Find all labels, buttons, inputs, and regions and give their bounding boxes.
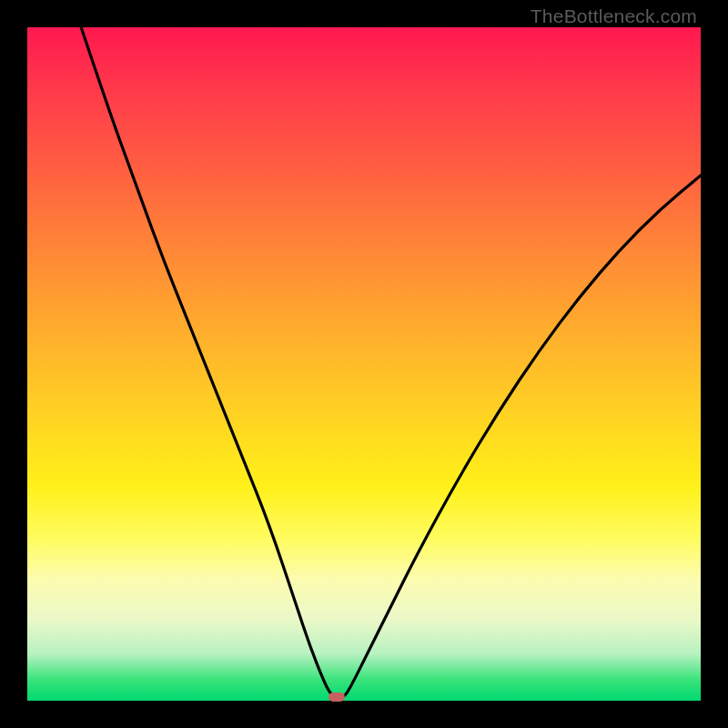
bottleneck-curve bbox=[27, 27, 701, 701]
watermark-text: TheBottleneck.com bbox=[531, 5, 697, 27]
optimum-marker bbox=[329, 693, 345, 702]
chart-frame bbox=[27, 27, 701, 701]
